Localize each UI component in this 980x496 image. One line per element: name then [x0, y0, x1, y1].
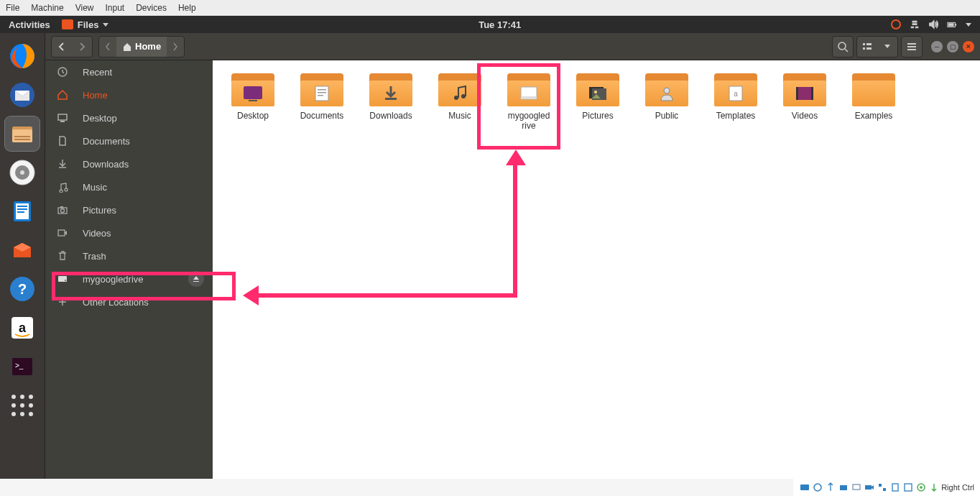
home-icon [122, 42, 132, 52]
vm-harddisk-icon[interactable] [799, 482, 810, 493]
folder-music-icon [438, 73, 481, 108]
folder-pictures-label: Pictures [582, 111, 613, 121]
svg-rect-67 [892, 484, 898, 491]
svg-rect-14 [17, 206, 27, 207]
folder-templates[interactable]: a Templates [704, 69, 767, 135]
gnome-topbar: Activities Files Tue 17:41 [0, 16, 980, 33]
vm-menu-view[interactable]: View [75, 3, 94, 13]
folder-public-label: Public [655, 111, 679, 121]
vm-dnd-icon[interactable] [902, 482, 914, 493]
folder-videos-label: Videos [792, 111, 818, 121]
dock-terminal[interactable]: >_ [5, 349, 40, 384]
battery-icon[interactable] [947, 19, 957, 29]
svg-rect-25 [866, 43, 872, 45]
view-dropdown-button[interactable] [877, 37, 897, 57]
svg-text:a: a [734, 90, 738, 98]
path-next-button[interactable] [167, 37, 184, 57]
path-home-button[interactable]: Home [116, 37, 167, 57]
back-button[interactable] [52, 37, 72, 57]
folder-music[interactable]: Music [428, 69, 491, 135]
svg-rect-7 [14, 136, 30, 137]
folder-desktop-label: Desktop [237, 111, 269, 121]
dock-help[interactable]: ? [5, 272, 40, 306]
view-list-button[interactable] [857, 37, 877, 57]
volume-icon[interactable] [928, 19, 938, 29]
vm-clipboard-icon[interactable] [889, 482, 901, 493]
vm-optical-icon[interactable] [812, 482, 823, 493]
system-menu-caret-icon[interactable] [966, 23, 971, 27]
sidebar-recent-label: Recent [83, 67, 112, 78]
dock-files[interactable] [5, 116, 40, 151]
dock-thunderbird[interactable] [5, 78, 40, 112]
files-app-menu[interactable]: Files [62, 19, 109, 30]
vm-recording-icon[interactable] [864, 482, 875, 493]
recording-icon[interactable] [891, 19, 901, 29]
folder-pictures[interactable]: Pictures [566, 69, 629, 135]
dock-firefox[interactable] [5, 39, 40, 73]
search-button[interactable] [833, 37, 853, 57]
vm-menu-devices[interactable]: Devices [136, 3, 167, 13]
window-minimize-button[interactable]: ─ [931, 41, 943, 52]
clock[interactable]: Tue 17:41 [108, 19, 891, 30]
sidebar-downloads[interactable]: Downloads [45, 152, 213, 175]
folder-documents[interactable]: Documents [290, 69, 353, 135]
sidebar-documents[interactable]: Documents [45, 129, 213, 152]
dock-show-applications[interactable] [5, 388, 40, 423]
vm-hostkey-icon[interactable] [928, 482, 940, 493]
forward-button[interactable] [72, 37, 92, 57]
svg-rect-45 [318, 95, 323, 96]
folder-videos[interactable]: Videos [773, 69, 836, 135]
svg-rect-36 [60, 206, 63, 208]
activities-button[interactable]: Activities [9, 19, 50, 30]
sidebar-videos[interactable]: Videos [45, 221, 213, 244]
sidebar-music[interactable]: Music [45, 175, 213, 198]
sidebar-desktop[interactable]: Desktop [45, 106, 213, 129]
vm-menu-help[interactable]: Help [178, 3, 196, 13]
svg-rect-28 [907, 43, 916, 45]
vm-menu-machine[interactable]: Machine [31, 3, 63, 13]
hamburger-menu-button[interactable] [902, 37, 922, 57]
sidebar-pictures[interactable]: Pictures [45, 198, 213, 221]
sidebar-home[interactable]: Home [45, 83, 213, 106]
folder-view[interactable]: Desktop Documents Downloads Music mygoog… [213, 60, 980, 479]
window-maximize-button[interactable]: ▢ [947, 41, 958, 52]
sidebar-other-locations[interactable]: Other Locations [45, 290, 213, 313]
vm-usb-icon[interactable] [825, 482, 836, 493]
eject-button[interactable] [188, 271, 204, 287]
network-icon[interactable] [910, 19, 920, 29]
folder-templates-icon: a [714, 73, 757, 108]
svg-rect-43 [318, 89, 326, 91]
folder-downloads[interactable]: Downloads [359, 69, 422, 135]
folder-downloads-label: Downloads [369, 111, 412, 121]
vm-guest-additions-icon[interactable] [915, 482, 927, 493]
vm-display-icon[interactable] [851, 482, 862, 493]
svg-rect-15 [17, 208, 27, 210]
path-home-label: Home [135, 41, 161, 52]
sidebar-trash[interactable]: Trash [45, 244, 213, 267]
dock-writer[interactable] [5, 194, 40, 229]
dock-software[interactable] [5, 233, 40, 267]
clock-icon [57, 66, 68, 78]
window-close-button[interactable]: ✕ [963, 41, 974, 52]
vm-menu-input[interactable]: Input [106, 3, 125, 13]
svg-rect-1 [955, 24, 956, 26]
folder-desktop[interactable]: Desktop [221, 69, 285, 135]
folder-public[interactable]: Public [635, 69, 698, 135]
svg-rect-29 [907, 46, 916, 47]
folder-examples-icon [852, 73, 895, 108]
sidebar-mygoogledrive[interactable]: mygoogledrive [45, 267, 213, 290]
path-prev-button[interactable] [99, 37, 116, 57]
svg-point-11 [20, 170, 24, 175]
dock-rhythmbox[interactable] [5, 155, 40, 190]
document-icon [57, 135, 68, 147]
svg-rect-42 [315, 86, 328, 101]
folder-mygoogledrive[interactable]: mygoogled rive [497, 69, 560, 135]
vm-menu-file[interactable]: File [6, 3, 19, 13]
vm-shared-folder-icon[interactable] [838, 482, 849, 493]
sidebar-recent[interactable]: Recent [45, 60, 213, 83]
sidebar-documents-label: Documents [83, 136, 130, 147]
vm-network-icon[interactable] [877, 482, 888, 493]
folder-examples[interactable]: Examples [842, 69, 905, 135]
dock-amazon[interactable]: a [5, 311, 40, 345]
svg-point-39 [65, 280, 66, 281]
